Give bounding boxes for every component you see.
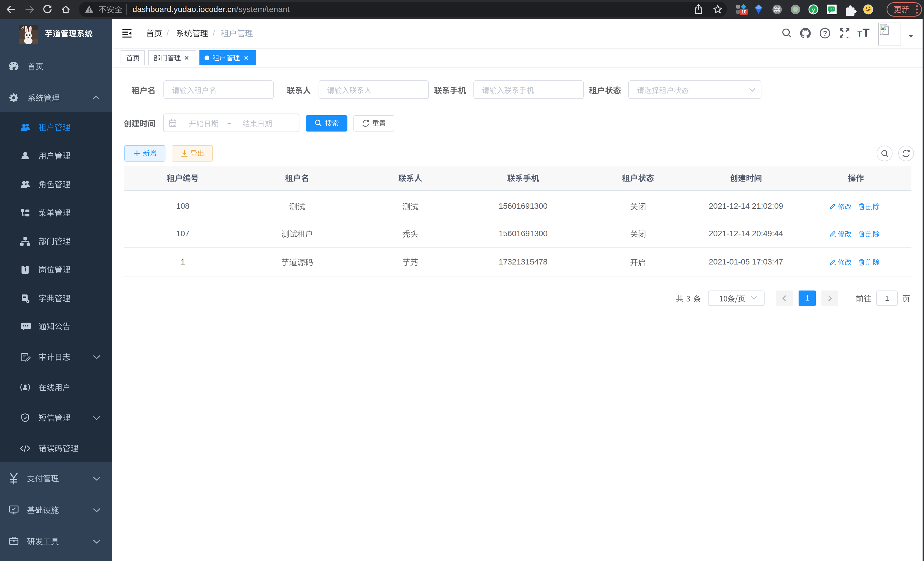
svg-text:?: ? bbox=[823, 29, 827, 37]
svg-text:T: T bbox=[862, 26, 869, 39]
svg-text:T: T bbox=[857, 30, 862, 38]
